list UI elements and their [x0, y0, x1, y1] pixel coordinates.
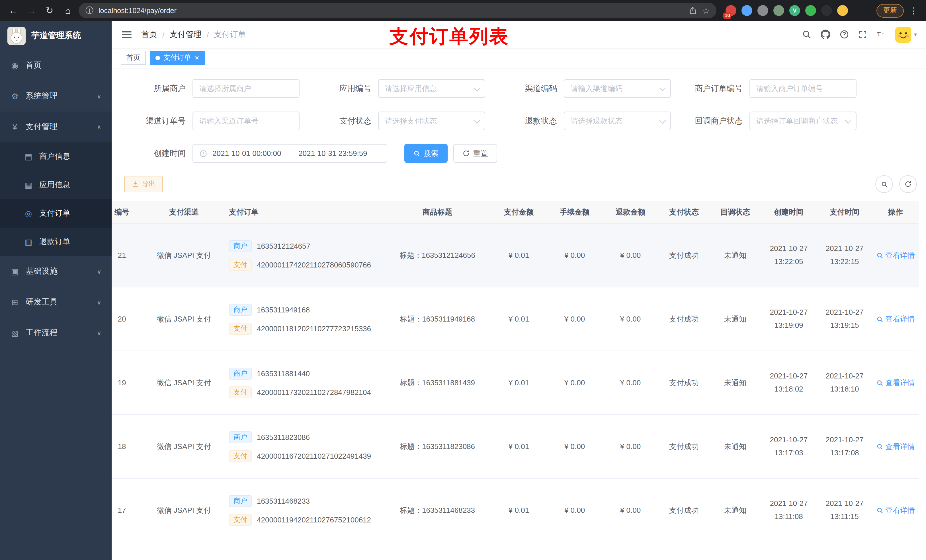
cell-create-time: 2021-10-2713:11:08 [761, 497, 817, 523]
puzzle-extension-icon[interactable] [821, 5, 832, 16]
view-detail-link[interactable]: 查看详情 [876, 250, 915, 260]
cell-id: 17 [112, 506, 149, 515]
sidebar-item-system-mgmt[interactable]: ⚙系统管理∨ [0, 81, 112, 112]
breadcrumb-item[interactable]: 首页 [141, 29, 157, 39]
app-logo: 芋道管理系统 [0, 21, 112, 50]
cell-create-time: 2021-10-2713:17:03 [761, 434, 817, 460]
url-text: localhost:1024/pay/order [98, 6, 684, 15]
site-info-icon[interactable]: ⓘ [85, 5, 94, 16]
share-icon[interactable] [689, 6, 698, 15]
merchant-filter-input[interactable]: 请选择所属商户 [192, 79, 300, 98]
tab-close-icon[interactable]: × [195, 54, 199, 62]
sidebar-item-app-info[interactable]: ▦应用信息 [0, 171, 112, 199]
browser-home-icon[interactable]: ⌂ [61, 5, 75, 16]
sidebar-item-home[interactable]: ◉首页 [0, 50, 112, 81]
refund-status-filter-label: 退款状态 [495, 116, 557, 126]
sidebar-item-label: 应用信息 [39, 180, 70, 190]
chevron-up-icon: ∧ [97, 123, 101, 131]
globe-extension-icon[interactable] [757, 5, 768, 16]
app-icon: ▦ [24, 180, 33, 190]
column-header-status: 支付状态 [658, 207, 710, 217]
address-bar[interactable]: ⓘ localhost:1024/pay/order ☆ [79, 3, 716, 18]
browser-menu-icon[interactable]: ⋮ [907, 5, 920, 16]
view-detail-link[interactable]: 查看详情 [876, 377, 915, 388]
merchant-order-no-filter-input[interactable]: 请输入商户订单编号 [749, 79, 856, 98]
sidebar-item-payment-mgmt[interactable]: ¥支付管理∧ [0, 112, 112, 142]
infra-icon: ▣ [10, 267, 20, 276]
cell-channel: 微信 JSAPI 支付 [149, 377, 219, 388]
breadcrumb-item[interactable]: 支付管理 [170, 29, 201, 39]
pay-tag: 支付 [229, 322, 252, 334]
channel-code-filter-select[interactable]: 请输入渠道编码 [564, 79, 671, 98]
tab-pay-order[interactable]: 支付订单× [150, 51, 205, 65]
search-icon [413, 150, 420, 157]
app-no-filter-select[interactable]: 请选择应用信息 [378, 79, 485, 98]
vue-devtools-extension-icon[interactable]: V [789, 5, 800, 16]
channel-order-no-filter-input[interactable]: 请输入渠道订单号 [192, 112, 300, 130]
user-avatar[interactable]: ▾ [895, 26, 917, 42]
pay-status-filter-select[interactable]: 请选择支付状态 [378, 112, 485, 130]
merchant-tag: 商户 [229, 240, 252, 252]
help-icon[interactable] [840, 30, 849, 39]
smiley-extension-icon[interactable] [837, 5, 848, 16]
chevron-down-icon [660, 85, 666, 91]
filter-group-merchant-order-no: 商户订单编号请输入商户订单编号 [681, 79, 856, 98]
pay-order-line: 支付4200001167202110271022491439 [229, 450, 381, 462]
browser-update-button[interactable]: 更新 [876, 4, 904, 17]
cell-amount: ¥ 0.01 [491, 442, 547, 451]
magnifier-icon [876, 443, 883, 450]
fullscreen-icon[interactable] [858, 30, 867, 39]
cell-channel: 微信 JSAPI 支付 [149, 250, 219, 260]
view-detail-link[interactable]: 查看详情 [876, 314, 915, 324]
reset-button[interactable]: 重置 [453, 144, 497, 163]
submenu-payment-mgmt: ▤商户信息▦应用信息◎支付订单▥退款订单 [0, 142, 112, 256]
merchant-tag: 商户 [229, 495, 252, 507]
sidebar-item-pay-order[interactable]: ◎支付订单 [0, 199, 112, 228]
column-header-action: 操作 [873, 207, 918, 217]
github-icon[interactable] [821, 30, 830, 39]
browser-refresh-icon[interactable]: ↻ [42, 5, 57, 16]
browser-forward-icon[interactable]: → [24, 5, 39, 16]
chevron-down-icon [660, 117, 666, 124]
drop-extension-icon[interactable] [741, 5, 752, 16]
search-button[interactable]: 搜索 [404, 144, 448, 163]
tab-home[interactable]: 首页 [121, 51, 146, 65]
create-time-range-input[interactable]: 2021-10-01 00:00:00 - 2021-10-31 23:59:5… [192, 144, 387, 163]
circle-extension-icon[interactable] [773, 5, 784, 16]
annotation-title: 支付订单列表 [390, 24, 509, 50]
gear-icon: ⚙ [10, 92, 20, 101]
bookmark-star-icon[interactable]: ☆ [702, 6, 710, 15]
chat-extension-icon[interactable] [805, 5, 816, 16]
palette-extension-icon[interactable]: 10 [726, 5, 736, 16]
sidebar-item-workflow[interactable]: ▧工作流程∨ [0, 318, 112, 348]
filter-group-app-no: 应用编号请选择应用信息 [310, 79, 485, 98]
browser-back-icon[interactable]: ← [6, 5, 21, 16]
cell-refund: ¥ 0.00 [602, 315, 658, 323]
chevron-down-icon: ∨ [97, 329, 101, 337]
cell-action: 查看详情 [873, 441, 918, 451]
sidebar-toggle-icon[interactable] [121, 29, 133, 40]
view-detail-link[interactable]: 查看详情 [876, 441, 915, 451]
refund-status-filter-select[interactable]: 请选择退款状态 [564, 112, 671, 130]
sidebar-item-dev-tools[interactable]: ⊞研发工具∨ [0, 287, 112, 318]
export-button[interactable]: 导出 [124, 176, 163, 192]
sidebar-item-infrastructure[interactable]: ▣基础设施∨ [0, 256, 112, 287]
sidebar-menu: ◉首页⚙系统管理∨¥支付管理∧▤商户信息▦应用信息◎支付订单▥退款订单▣基础设施… [0, 50, 112, 348]
notify-status-filter-select[interactable]: 请选择订单回调商户状态 [749, 112, 856, 130]
column-header-ctime: 创建时间 [761, 207, 817, 217]
toggle-search-button[interactable] [875, 175, 893, 193]
svg-text:T: T [877, 30, 881, 38]
cell-order-no: 商户1635312124657支付42000011742021102780605… [219, 240, 384, 270]
view-detail-link[interactable]: 查看详情 [876, 505, 915, 515]
sidebar-item-merchant-info[interactable]: ▤商户信息 [0, 142, 112, 171]
search-icon[interactable] [802, 30, 811, 39]
cell-title: 标题：1635311881439 [384, 377, 491, 388]
view-detail-label: 查看详情 [885, 314, 915, 324]
order-icon: ◎ [24, 209, 33, 218]
filter-group-merchant: 所属商户请选择所属商户 [124, 79, 300, 98]
view-detail-label: 查看详情 [885, 377, 915, 388]
sidebar-item-refund-order[interactable]: ▥退款订单 [0, 228, 112, 256]
app-title: 芋道管理系统 [31, 30, 81, 41]
refresh-table-button[interactable] [899, 175, 917, 193]
font-size-icon[interactable]: TT [876, 30, 886, 39]
